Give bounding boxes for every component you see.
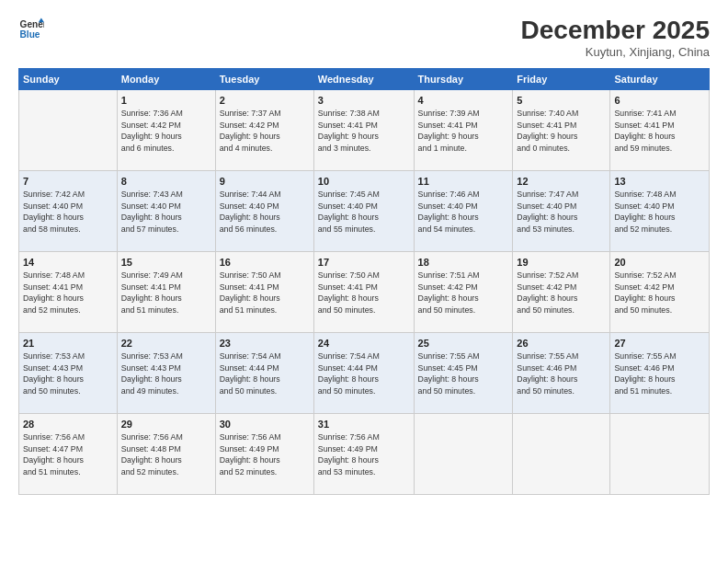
day-number: 8 bbox=[121, 176, 211, 187]
table-row: 21Sunrise: 7:53 AMSunset: 4:43 PMDayligh… bbox=[19, 332, 118, 413]
day-info: Sunrise: 7:56 AMSunset: 4:48 PMDaylight:… bbox=[121, 431, 211, 478]
day-info: Sunrise: 7:45 AMSunset: 4:40 PMDaylight:… bbox=[318, 189, 410, 236]
calendar-week-row: 21Sunrise: 7:53 AMSunset: 4:43 PMDayligh… bbox=[19, 332, 710, 413]
day-info: Sunrise: 7:52 AMSunset: 4:42 PMDaylight:… bbox=[517, 270, 606, 316]
svg-text:Blue: Blue bbox=[20, 29, 40, 40]
table-row: 28Sunrise: 7:56 AMSunset: 4:47 PMDayligh… bbox=[19, 413, 118, 494]
day-number: 5 bbox=[517, 95, 606, 106]
table-row: 27Sunrise: 7:55 AMSunset: 4:46 PMDayligh… bbox=[610, 332, 710, 413]
day-number: 23 bbox=[220, 338, 310, 349]
table-row: 7Sunrise: 7:42 AMSunset: 4:40 PMDaylight… bbox=[19, 170, 118, 251]
day-number: 30 bbox=[220, 419, 310, 430]
day-info: Sunrise: 7:55 AMSunset: 4:46 PMDaylight:… bbox=[614, 350, 705, 397]
day-info: Sunrise: 7:55 AMSunset: 4:46 PMDaylight:… bbox=[517, 350, 606, 397]
day-info: Sunrise: 7:56 AMSunset: 4:49 PMDaylight:… bbox=[318, 431, 410, 478]
header-saturday: Saturday bbox=[610, 68, 710, 89]
table-row: 12Sunrise: 7:47 AMSunset: 4:40 PMDayligh… bbox=[513, 170, 610, 251]
day-number: 4 bbox=[418, 95, 509, 106]
day-number: 16 bbox=[220, 257, 310, 268]
table-row: 4Sunrise: 7:39 AMSunset: 4:41 PMDaylight… bbox=[414, 89, 513, 170]
header-thursday: Thursday bbox=[414, 68, 513, 89]
table-row: 25Sunrise: 7:55 AMSunset: 4:45 PMDayligh… bbox=[414, 332, 513, 413]
table-row: 24Sunrise: 7:54 AMSunset: 4:44 PMDayligh… bbox=[313, 332, 414, 413]
day-info: Sunrise: 7:50 AMSunset: 4:41 PMDaylight:… bbox=[318, 270, 410, 316]
day-info: Sunrise: 7:53 AMSunset: 4:43 PMDaylight:… bbox=[121, 350, 211, 397]
table-row: 19Sunrise: 7:52 AMSunset: 4:42 PMDayligh… bbox=[513, 251, 610, 332]
table-row: 9Sunrise: 7:44 AMSunset: 4:40 PMDaylight… bbox=[215, 170, 313, 251]
table-row: 8Sunrise: 7:43 AMSunset: 4:40 PMDaylight… bbox=[117, 170, 215, 251]
day-info: Sunrise: 7:39 AMSunset: 4:41 PMDaylight:… bbox=[418, 108, 509, 155]
day-number: 14 bbox=[23, 257, 113, 268]
day-info: Sunrise: 7:55 AMSunset: 4:45 PMDaylight:… bbox=[418, 350, 509, 397]
table-row: 5Sunrise: 7:40 AMSunset: 4:41 PMDaylight… bbox=[513, 89, 610, 170]
day-number: 6 bbox=[614, 95, 705, 106]
header-sunday: Sunday bbox=[19, 68, 118, 89]
calendar-week-row: 14Sunrise: 7:48 AMSunset: 4:41 PMDayligh… bbox=[19, 251, 710, 332]
calendar-table: Sunday Monday Tuesday Wednesday Thursday… bbox=[18, 68, 710, 495]
table-row: 15Sunrise: 7:49 AMSunset: 4:41 PMDayligh… bbox=[117, 251, 215, 332]
table-row: 6Sunrise: 7:41 AMSunset: 4:41 PMDaylight… bbox=[610, 89, 710, 170]
header-wednesday: Wednesday bbox=[313, 68, 414, 89]
day-info: Sunrise: 7:42 AMSunset: 4:40 PMDaylight:… bbox=[23, 189, 113, 236]
month-title: December 2025 bbox=[521, 17, 710, 45]
page: General Blue December 2025 Kuytun, Xinji… bbox=[0, 0, 728, 563]
calendar-week-row: 7Sunrise: 7:42 AMSunset: 4:40 PMDaylight… bbox=[19, 170, 710, 251]
day-number: 3 bbox=[318, 95, 410, 106]
day-number: 18 bbox=[418, 257, 509, 268]
table-row: 11Sunrise: 7:46 AMSunset: 4:40 PMDayligh… bbox=[414, 170, 513, 251]
table-row: 1Sunrise: 7:36 AMSunset: 4:42 PMDaylight… bbox=[117, 89, 215, 170]
day-number: 9 bbox=[220, 176, 310, 187]
day-number: 19 bbox=[517, 257, 606, 268]
logo: General Blue bbox=[18, 17, 44, 42]
day-info: Sunrise: 7:37 AMSunset: 4:42 PMDaylight:… bbox=[220, 108, 310, 155]
day-info: Sunrise: 7:56 AMSunset: 4:49 PMDaylight:… bbox=[220, 431, 310, 478]
table-row: 13Sunrise: 7:48 AMSunset: 4:40 PMDayligh… bbox=[610, 170, 710, 251]
header-friday: Friday bbox=[513, 68, 610, 89]
day-number: 20 bbox=[614, 257, 705, 268]
day-number: 25 bbox=[418, 338, 509, 349]
table-row: 3Sunrise: 7:38 AMSunset: 4:41 PMDaylight… bbox=[313, 89, 414, 170]
table-row: 17Sunrise: 7:50 AMSunset: 4:41 PMDayligh… bbox=[313, 251, 414, 332]
day-info: Sunrise: 7:43 AMSunset: 4:40 PMDaylight:… bbox=[121, 189, 211, 236]
table-row bbox=[610, 413, 710, 494]
table-row: 30Sunrise: 7:56 AMSunset: 4:49 PMDayligh… bbox=[215, 413, 313, 494]
day-number: 1 bbox=[121, 95, 211, 106]
calendar-header-row: Sunday Monday Tuesday Wednesday Thursday… bbox=[19, 68, 710, 89]
header-tuesday: Tuesday bbox=[215, 68, 313, 89]
table-row bbox=[19, 89, 118, 170]
day-info: Sunrise: 7:51 AMSunset: 4:42 PMDaylight:… bbox=[418, 270, 509, 316]
day-number: 10 bbox=[318, 176, 410, 187]
day-number: 31 bbox=[318, 419, 410, 430]
day-number: 21 bbox=[23, 338, 113, 349]
day-number: 27 bbox=[614, 338, 705, 349]
calendar-week-row: 1Sunrise: 7:36 AMSunset: 4:42 PMDaylight… bbox=[19, 89, 710, 170]
day-info: Sunrise: 7:52 AMSunset: 4:42 PMDaylight:… bbox=[614, 270, 705, 316]
logo-icon: General Blue bbox=[18, 17, 44, 42]
header: General Blue December 2025 Kuytun, Xinji… bbox=[18, 17, 710, 59]
day-number: 17 bbox=[318, 257, 410, 268]
day-info: Sunrise: 7:49 AMSunset: 4:41 PMDaylight:… bbox=[121, 270, 211, 316]
table-row bbox=[414, 413, 513, 494]
day-info: Sunrise: 7:40 AMSunset: 4:41 PMDaylight:… bbox=[517, 108, 606, 155]
day-info: Sunrise: 7:54 AMSunset: 4:44 PMDaylight:… bbox=[318, 350, 410, 397]
table-row bbox=[513, 413, 610, 494]
table-row: 2Sunrise: 7:37 AMSunset: 4:42 PMDaylight… bbox=[215, 89, 313, 170]
day-number: 7 bbox=[23, 176, 113, 187]
table-row: 26Sunrise: 7:55 AMSunset: 4:46 PMDayligh… bbox=[513, 332, 610, 413]
day-info: Sunrise: 7:47 AMSunset: 4:40 PMDaylight:… bbox=[517, 189, 606, 236]
day-info: Sunrise: 7:36 AMSunset: 4:42 PMDaylight:… bbox=[121, 108, 211, 155]
day-info: Sunrise: 7:38 AMSunset: 4:41 PMDaylight:… bbox=[318, 108, 410, 155]
day-info: Sunrise: 7:44 AMSunset: 4:40 PMDaylight:… bbox=[220, 189, 310, 236]
table-row: 18Sunrise: 7:51 AMSunset: 4:42 PMDayligh… bbox=[414, 251, 513, 332]
day-info: Sunrise: 7:41 AMSunset: 4:41 PMDaylight:… bbox=[614, 108, 705, 155]
day-number: 13 bbox=[614, 176, 705, 187]
day-info: Sunrise: 7:46 AMSunset: 4:40 PMDaylight:… bbox=[418, 189, 509, 236]
day-number: 22 bbox=[121, 338, 211, 349]
day-number: 11 bbox=[418, 176, 509, 187]
day-info: Sunrise: 7:48 AMSunset: 4:41 PMDaylight:… bbox=[23, 270, 113, 316]
day-number: 28 bbox=[23, 419, 113, 430]
day-number: 2 bbox=[220, 95, 310, 106]
table-row: 20Sunrise: 7:52 AMSunset: 4:42 PMDayligh… bbox=[610, 251, 710, 332]
calendar-week-row: 28Sunrise: 7:56 AMSunset: 4:47 PMDayligh… bbox=[19, 413, 710, 494]
table-row: 14Sunrise: 7:48 AMSunset: 4:41 PMDayligh… bbox=[19, 251, 118, 332]
